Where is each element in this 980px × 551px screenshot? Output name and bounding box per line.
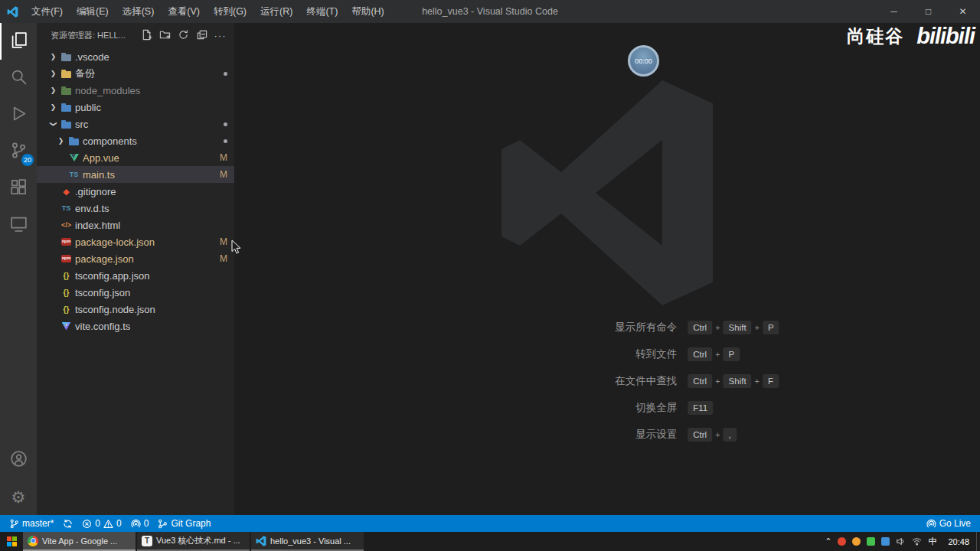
brand-text: 尚硅谷 xyxy=(847,24,904,48)
tree-item-label: src xyxy=(75,119,88,130)
tree-item-备份[interactable]: ❯备份 xyxy=(37,65,234,82)
tree-item-.vscode[interactable]: ❯.vscode xyxy=(37,48,234,65)
menu-item[interactable]: 转到(G) xyxy=(207,0,253,23)
hidden-icons-chevron-icon[interactable]: ⌃ xyxy=(825,536,831,546)
tree-item-.gitignore[interactable]: ◆.gitignore xyxy=(37,183,234,200)
taskbar-app-typora[interactable]: TVue3 核心技术.md - ... xyxy=(137,532,250,551)
scm-badge: 20 xyxy=(21,154,34,166)
tree-item-tsconfig.node.json[interactable]: {}tsconfig.node.json xyxy=(37,301,234,318)
chevron-expanded-icon: ❯ xyxy=(50,119,57,130)
tree-item-label: tsconfig.node.json xyxy=(75,304,155,315)
plus-separator: + xyxy=(755,377,760,386)
git-modified-badge: M xyxy=(220,152,227,163)
json-braces-file-icon: {} xyxy=(59,301,74,318)
activity-extensions[interactable] xyxy=(0,170,37,207)
folder-blue-icon xyxy=(67,132,81,149)
tree-item-tsconfig.app.json[interactable]: {}tsconfig.app.json xyxy=(37,267,234,284)
sync-icon xyxy=(63,519,73,529)
keycap: F xyxy=(763,374,779,388)
menu-item[interactable]: 文件(F) xyxy=(24,0,70,23)
taskbar-clock[interactable]: 20:48 xyxy=(941,532,976,551)
tree-item-index.html[interactable]: </>index.html xyxy=(37,217,234,233)
menu-item[interactable]: 查看(V) xyxy=(161,0,207,23)
branch-indicator[interactable]: master* xyxy=(5,515,58,532)
refresh-button[interactable] xyxy=(175,28,191,44)
tree-item-tsconfig.json[interactable]: {}tsconfig.json xyxy=(37,284,234,301)
taskbar-app-chrome[interactable]: Vite App - Google ... xyxy=(23,532,136,551)
app-orange-icon[interactable] xyxy=(852,537,861,546)
menu-item[interactable]: 帮助(H) xyxy=(345,0,390,23)
ime-chinese-icon[interactable]: 中 xyxy=(928,536,936,547)
keycap: , xyxy=(724,428,737,442)
volume-icon[interactable] xyxy=(896,536,906,546)
folder-vscode-icon xyxy=(59,48,74,65)
app-blue-icon[interactable] xyxy=(881,537,890,546)
sync-button[interactable] xyxy=(58,515,77,532)
more-button[interactable]: ··· xyxy=(212,28,228,44)
activity-bar-bottom: ⚙ xyxy=(0,442,37,515)
menu-item[interactable]: 运行(R) xyxy=(253,0,299,23)
git-graph-button[interactable]: Git Graph xyxy=(153,515,215,532)
activity-run-debug[interactable] xyxy=(0,96,37,133)
app-red-icon[interactable] xyxy=(838,537,846,546)
keycap: Ctrl xyxy=(688,347,712,361)
tree-item-label: .vscode xyxy=(75,51,109,63)
shortcut-keys: Ctrl+P xyxy=(688,347,740,361)
shortcut-keys: F11 xyxy=(688,401,713,415)
tree-item-node_modules[interactable]: ❯node_modules xyxy=(37,82,234,99)
network-icon[interactable] xyxy=(912,536,922,546)
errors-icon xyxy=(82,519,92,529)
menu-item[interactable]: 选择(S) xyxy=(116,0,162,23)
changes-dot xyxy=(224,139,227,143)
menu-item[interactable]: 终端(T) xyxy=(299,0,345,23)
broadcast-icon xyxy=(131,519,141,529)
minimize-button[interactable]: ─ xyxy=(877,0,911,23)
go-live-button[interactable]: Go Live xyxy=(922,515,975,532)
warnings-count: 0 xyxy=(116,518,122,529)
more-actions-icon: ··· xyxy=(214,30,227,41)
tree-item-src[interactable]: ❯src xyxy=(37,116,234,132)
keycap: P xyxy=(763,321,779,334)
explorer-actions: ··· xyxy=(139,28,228,44)
gear-icon: ⚙ xyxy=(11,489,26,505)
start-button[interactable] xyxy=(0,532,23,551)
activity-search[interactable] xyxy=(0,60,37,96)
ports-indicator[interactable]: 0 xyxy=(126,515,154,532)
explorer-title: 资源管理器: HELL... xyxy=(51,30,126,41)
close-button[interactable]: ✕ xyxy=(946,0,980,23)
window-title: hello_vue3 - Visual Studio Code xyxy=(422,6,558,17)
problems-indicator[interactable]: 0 0 xyxy=(77,515,126,532)
app-blue-glyph xyxy=(881,537,890,546)
show-desktop-button[interactable] xyxy=(976,532,980,551)
tree-item-package-lock.json[interactable]: npmpackage-lock.jsonM xyxy=(37,233,234,250)
tree-item-env.d.ts[interactable]: TSenv.d.ts xyxy=(37,200,234,217)
collapse-all-button[interactable] xyxy=(194,28,210,44)
tree-item-components[interactable]: ❯components xyxy=(37,132,234,149)
maximize-button[interactable]: □ xyxy=(911,0,946,23)
menu-item[interactable]: 编辑(E) xyxy=(70,0,116,23)
watermark-brand: 尚硅谷 bilibili xyxy=(847,24,975,49)
keycap: F11 xyxy=(688,401,713,415)
tree-item-main.ts[interactable]: TSmain.tsM xyxy=(37,166,234,183)
shortcut-row: 切换全屏F11 xyxy=(435,394,779,421)
shortcut-label: 在文件中查找 xyxy=(435,374,688,388)
activity-source-control[interactable]: 20 xyxy=(0,133,37,170)
tree-item-public[interactable]: ❯public xyxy=(37,99,234,116)
activity-settings[interactable]: ⚙ xyxy=(0,478,37,515)
activity-explorer[interactable] xyxy=(0,23,37,60)
tree-item-package.json[interactable]: npmpackage.jsonM xyxy=(37,250,234,267)
activity-account[interactable] xyxy=(0,442,37,478)
npm-file-icon: npm xyxy=(59,250,74,267)
tree-item-App.vue[interactable]: App.vueM xyxy=(37,149,234,166)
app-green-icon[interactable] xyxy=(867,537,875,546)
tree-item-vite.config.ts[interactable]: ⚡vite.config.ts xyxy=(37,318,234,334)
shortcut-label: 显示设置 xyxy=(435,428,688,442)
go-live-label: Go Live xyxy=(939,518,971,529)
explorer-icon xyxy=(10,31,28,52)
shortcut-keys: Ctrl+, xyxy=(688,428,737,442)
folder-yellow-icon xyxy=(59,65,74,82)
new-file-button[interactable] xyxy=(139,28,155,44)
activity-remote-explorer[interactable] xyxy=(0,207,37,243)
taskbar-app-vscode[interactable]: hello_vue3 - Visual ... xyxy=(251,532,364,551)
new-folder-button[interactable] xyxy=(157,28,173,44)
